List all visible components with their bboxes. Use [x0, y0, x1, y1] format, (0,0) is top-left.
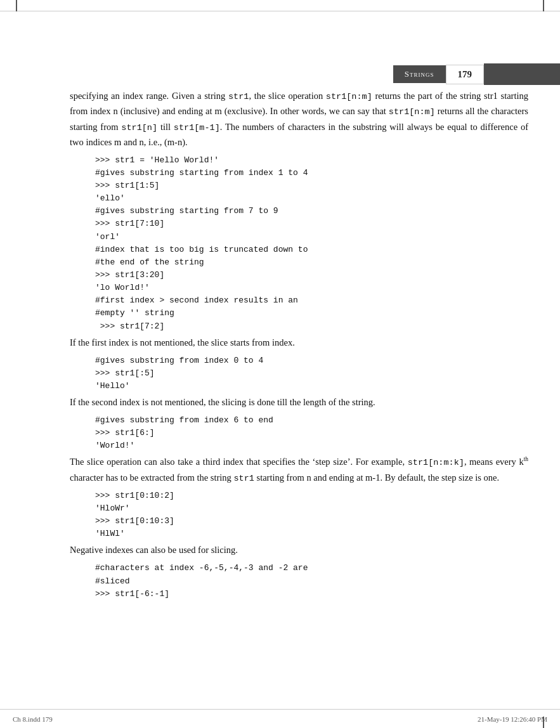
- code-line: >>> str1 = 'Hello World!': [95, 154, 528, 167]
- code-block-3: #gives substring from index 6 to end >>>…: [95, 414, 528, 452]
- code-line: 'lo World!': [95, 282, 528, 294]
- footer-right: 21-May-19 12:26:40 PM: [478, 715, 547, 723]
- code-line: #gives substring from index 0 to 4: [95, 354, 528, 367]
- top-left-mark: [16, 0, 17, 11]
- code-line: #empty '' string: [95, 307, 528, 320]
- code-line: #gives substring starting from 7 to 9: [95, 205, 528, 218]
- code-line: >>> str1[0:10:2]: [95, 490, 528, 502]
- code-block-4: >>> str1[0:10:2] 'HloWr' >>> str1[0:10:3…: [95, 490, 528, 541]
- code-line: #index that is too big is truncated down…: [95, 244, 528, 256]
- top-border: [0, 0, 560, 11]
- code-line: #gives substring starting from index 1 t…: [95, 167, 528, 179]
- code-line: 'Hello': [95, 380, 528, 393]
- code-line: #gives substring from index 6 to end: [95, 414, 528, 427]
- top-right-mark: [543, 0, 544, 11]
- chapter-tab: Strings: [393, 65, 446, 83]
- code-line: 'ello': [95, 192, 528, 205]
- code-line: >>> str1[7:10]: [95, 218, 528, 230]
- code-line: 'HloWr': [95, 502, 528, 515]
- code-block-5: #characters at index -6,-5,-4,-3 and -2 …: [95, 562, 528, 600]
- code-line: >>> str1[1:5]: [95, 179, 528, 192]
- page-number: 179: [446, 65, 485, 84]
- header-right-bar: [484, 63, 560, 85]
- paragraph-4: The slice operation can also take a thir…: [70, 455, 528, 486]
- chapter-tab-label: Strings: [405, 69, 434, 79]
- paragraph-1: specifying an index range. Given a strin…: [70, 89, 528, 150]
- code-block-2: #gives substring from index 0 to 4 >>> s…: [95, 354, 528, 393]
- code-block-1: >>> str1 = 'Hello World!' #gives substri…: [95, 154, 528, 333]
- code-line: 'orl': [95, 231, 528, 244]
- paragraph-3: If the second index is not mentioned, th…: [70, 395, 528, 410]
- code-line: >>> str1[0:10:3]: [95, 515, 528, 528]
- header-area: Strings 179: [393, 63, 560, 85]
- main-content: specifying an index range. Given a strin…: [70, 89, 528, 603]
- code-line: >>> str1[-6:-1]: [95, 588, 528, 601]
- code-line: 'HlWl': [95, 528, 528, 540]
- paragraph-2: If the first index is not mentioned, the…: [70, 335, 528, 351]
- code-line: #the end of the string: [95, 256, 528, 269]
- code-line: #first index > second index results in a…: [95, 294, 528, 307]
- bottom-right-mark: [543, 717, 544, 728]
- superscript-th: th: [524, 457, 528, 463]
- code-line: >>> str1[6:]: [95, 427, 528, 439]
- code-line: #sliced: [95, 575, 528, 588]
- code-line: >>> str1[3:20]: [95, 269, 528, 282]
- code-line: #characters at index -6,-5,-4,-3 and -2 …: [95, 562, 528, 575]
- code-line: >>> str1[:5]: [95, 367, 528, 380]
- code-line: >>> str1[7:2]: [95, 320, 528, 333]
- footer-left: Ch 8.indd 179: [13, 715, 53, 723]
- code-line: 'World!': [95, 439, 528, 452]
- bottom-footer: Ch 8.indd 179 21-May-19 12:26:40 PM: [0, 709, 560, 728]
- paragraph-5: Negative indexes can also be used for sl…: [70, 543, 528, 558]
